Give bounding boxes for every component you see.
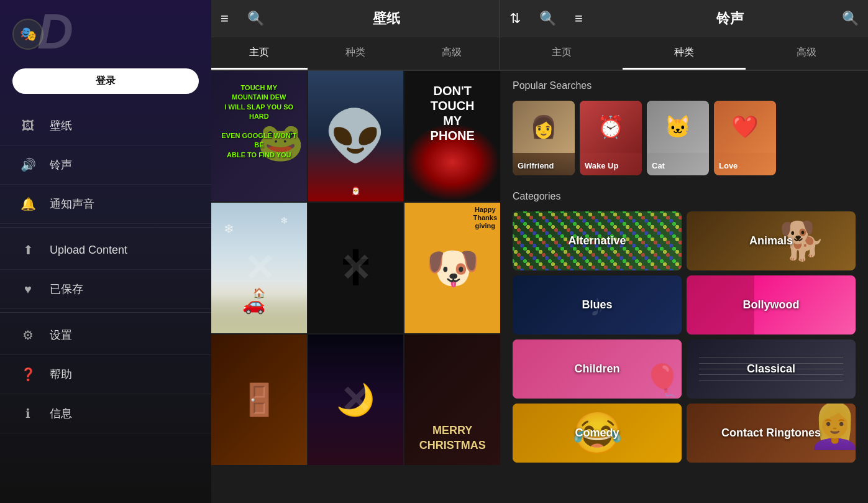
help-label: 帮助	[50, 367, 72, 382]
contact-ringtones-label: Contact Ringtones	[721, 427, 821, 440]
tab-wallpaper-category[interactable]: 种类	[308, 37, 404, 70]
girlfriend-label: Girlfriend	[518, 161, 554, 170]
wallpaper-topbar: ≡ 🔍 壁纸	[211, 0, 500, 37]
category-comedy[interactable]: 😂 Comedy	[513, 404, 682, 463]
category-blues[interactable]: ♪ Blues	[513, 275, 682, 335]
sidebar-item-upload[interactable]: ⬆ Upload Content	[0, 231, 211, 270]
sidebar-item-info[interactable]: ℹ 信息	[0, 394, 211, 433]
info-icon: ℹ	[19, 404, 37, 423]
settings-icon: ⚙	[19, 326, 37, 344]
tab-ringtone-home[interactable]: 主页	[500, 37, 623, 70]
wallpaper-icon: 🖼	[19, 116, 37, 135]
upload-label: Upload Content	[50, 244, 127, 257]
ringtone-title: 铃声	[592, 9, 868, 28]
classical-label: Classical	[747, 362, 795, 376]
tab-ringtone-advanced[interactable]: 高级	[746, 37, 868, 70]
children-label: Children	[574, 362, 619, 376]
tab-wallpaper-advanced[interactable]: 高级	[403, 37, 500, 70]
wallpaper-item-1[interactable]: 🐸 TOUCH MYMOUNTAIN DEWI WILL SLAP YOU SO…	[211, 71, 307, 201]
ringtone-sort-icon[interactable]: ⇅	[500, 11, 530, 27]
comedy-label: Comedy	[575, 427, 619, 440]
wallpaper-item-2[interactable]: 👽 🎅	[308, 71, 404, 201]
wallpaper-item-3[interactable]: DON'TTOUCHMYPHONE	[404, 71, 500, 201]
sidebar-item-saved[interactable]: ♥ 已保存	[0, 270, 211, 309]
category-contact-ringtones[interactable]: 👱‍♀️ Contact Ringtones	[687, 404, 856, 463]
search-thumb-love[interactable]: ❤️ Love	[714, 101, 776, 175]
animals-label: Animals	[749, 234, 793, 247]
sidebar-item-wallpaper[interactable]: 🖼 壁纸	[0, 106, 211, 145]
watermark-8: ✕	[340, 378, 371, 422]
blues-label: Blues	[582, 298, 612, 311]
search-thumb-cat[interactable]: 🐱 Cat	[647, 101, 709, 175]
saved-icon: ♥	[19, 280, 37, 298]
wallpaper-menu-icon[interactable]: ≡	[211, 11, 238, 27]
watermark-4: ✕	[244, 246, 275, 290]
bollywood-label: Bollywood	[743, 298, 800, 311]
sidebar-item-notification[interactable]: 🔔 通知声音	[0, 185, 211, 224]
wallpaper-item-7[interactable]: 🚪	[211, 335, 307, 465]
wallpaper-item-8[interactable]: 🌙 ✕	[308, 335, 404, 465]
popular-searches-title: Popular Searches	[513, 80, 856, 91]
ringtone-icon: 🔊	[19, 155, 37, 174]
ringtone-panel: Popular Searches Girlfriend 👩 ⏰ Wake Up	[500, 71, 868, 503]
nav-divider	[0, 227, 211, 228]
sidebar-nav: 🖼 壁纸 🔊 铃声 🔔 通知声音 ⬆ Upload Content ♥ 已保存 …	[0, 106, 211, 491]
alternative-label: Alternative	[568, 234, 626, 247]
notification-label: 通知声音	[50, 196, 94, 211]
info-label: 信息	[50, 406, 72, 421]
wallpaper-title: 壁纸	[273, 9, 500, 28]
upload-icon: ⬆	[19, 241, 37, 259]
sidebar: 🎭 D 登录 🖼 壁纸 🔊 铃声 🔔 通知声音 ⬆ Upload Content…	[0, 0, 211, 503]
main-content: ≡ 🔍 壁纸 ⇅ 🔍 ≡ 铃声 🔍 主页 种类 高级 主页 种类 高级	[211, 0, 868, 503]
sidebar-item-ringtone[interactable]: 🔊 铃声	[0, 145, 211, 185]
notification-icon: 🔔	[19, 195, 37, 213]
category-classical[interactable]: Classical	[687, 339, 856, 399]
tab-wallpaper-home[interactable]: 主页	[211, 37, 308, 70]
global-search-icon[interactable]: 🔍	[842, 11, 859, 27]
logo-d-letter: D	[37, 3, 73, 60]
wall-text-1: TOUCH MYMOUNTAIN DEWI WILL SLAP YOU SO H…	[217, 83, 301, 160]
search-thumb-wakeup[interactable]: ⏰ Wake Up	[580, 101, 642, 175]
watermark-5: ✕	[340, 246, 371, 290]
tabs-bar: 主页 种类 高级 主页 种类 高级	[211, 37, 868, 71]
wallpaper-search-icon[interactable]: 🔍	[238, 11, 273, 27]
category-bollywood[interactable]: Bollywood	[687, 275, 856, 335]
categories-title: Categories	[513, 191, 856, 202]
category-animals[interactable]: 🐕 Animals	[687, 211, 856, 270]
owl-icon: 🎭	[20, 26, 37, 42]
tab-ringtone-category[interactable]: 种类	[623, 37, 745, 70]
saved-label: 已保存	[50, 282, 83, 297]
category-alternative[interactable]: Alternative	[513, 211, 682, 270]
search-thumbs-row: Girlfriend 👩 ⏰ Wake Up 🐱 Cat	[513, 101, 856, 175]
search-thumb-girlfriend[interactable]: Girlfriend 👩	[513, 101, 575, 175]
sidebar-item-help[interactable]: ❓ 帮助	[0, 355, 211, 394]
ringtone-menu-icon[interactable]: ≡	[565, 11, 592, 27]
settings-label: 设置	[50, 328, 72, 343]
wallpaper-item-6[interactable]: HappyThanksgiving 🐶	[404, 203, 500, 333]
topbar: ≡ 🔍 壁纸 ⇅ 🔍 ≡ 铃声 🔍	[211, 0, 868, 37]
ringtone-tabs: 主页 种类 高级	[500, 37, 868, 70]
ringtone-search-icon[interactable]: 🔍	[530, 11, 565, 27]
wallpaper-label: 壁纸	[50, 118, 72, 133]
content-area: 🐸 TOUCH MYMOUNTAIN DEWI WILL SLAP YOU SO…	[211, 71, 868, 503]
ringtone-topbar: ⇅ 🔍 ≡ 铃声 🔍	[500, 0, 868, 37]
wallpaper-item-5[interactable]: ✝ ✕	[308, 203, 404, 333]
help-icon: ❓	[19, 365, 37, 384]
ringtone-label: 铃声	[50, 157, 72, 172]
wallpaper-item-9[interactable]: MERRYCHRISTMAS	[404, 335, 500, 465]
category-children[interactable]: 🎈 Children	[513, 339, 682, 399]
sidebar-logo: 🎭 D	[0, 12, 211, 62]
wallpaper-grid: 🐸 TOUCH MYMOUNTAIN DEWI WILL SLAP YOU SO…	[211, 71, 500, 503]
sidebar-item-settings[interactable]: ⚙ 设置	[0, 316, 211, 355]
wallpaper-tabs: 主页 种类 高级	[211, 37, 500, 70]
wallpaper-item-4[interactable]: 🏠 🚗 ❄ ❄ ✕	[211, 203, 307, 333]
categories-grid: Alternative 🐕 Animals ♪ Blues Bollywood …	[513, 211, 856, 463]
login-button[interactable]: 登录	[12, 68, 199, 94]
nav-divider-2	[0, 312, 211, 313]
